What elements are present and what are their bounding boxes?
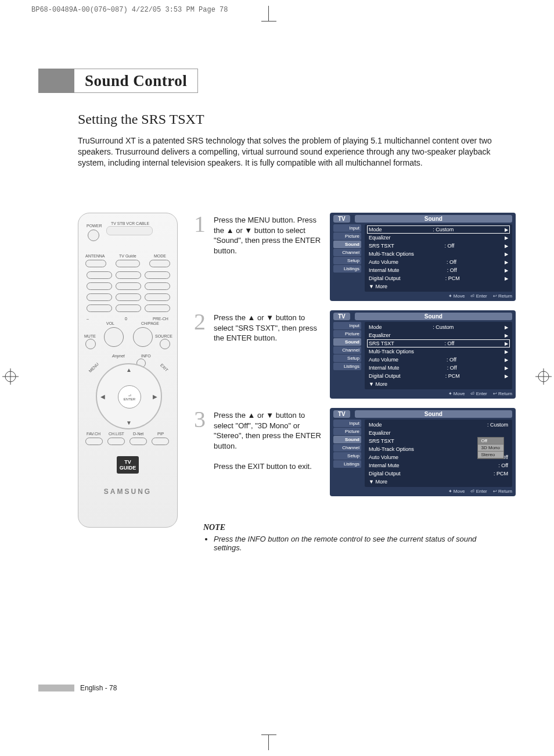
vol-label: VOL [106, 321, 114, 325]
mute-label: MUTE [84, 334, 96, 338]
srs-options-popup: Off 3D Mono Stereo [477, 437, 504, 459]
srs-option: 3D Mono [478, 445, 503, 452]
osd-list: Mode: Custom▶ Equalizer▶ SRS TSXT: Off▶ … [365, 322, 512, 389]
intro-paragraph: TruSurround XT is a patented SRS technol… [78, 135, 516, 169]
chlist-button [107, 438, 125, 445]
osd-nav-item: Input [333, 224, 361, 232]
num-8 [116, 293, 141, 301]
osd-screenshot-1: TVSound Input Picture Sound Channel Setu… [330, 213, 516, 301]
ch-rocker [133, 327, 153, 347]
osd-nav: Input Picture Sound Channel Setup Listin… [333, 224, 361, 292]
brand-label: SAMSUNG [78, 488, 177, 496]
osd-row: Internal Mute: Off▶ [367, 364, 510, 372]
note-item: Press the INFO button on the remote cont… [214, 535, 484, 552]
osd-nav-item-selected: Sound [333, 241, 361, 248]
osd-nav-item: Input [333, 420, 361, 427]
footer-text: English - 78 [80, 684, 117, 692]
osd-tv-badge: TV [333, 410, 350, 418]
osd-row: Mode: Custom [367, 421, 510, 429]
chlist-label: CH.LIST [109, 432, 124, 436]
anynet-label: Anynet [112, 354, 125, 358]
osd-nav-item: Setup [333, 452, 361, 460]
osd-nav-item: Listings [333, 363, 361, 370]
osd-row-highlight: SRS TSXT: Off▶ [367, 339, 510, 347]
osd-row: Multi-Track Options▶ [367, 347, 510, 356]
osd-list: Mode: Custom▶ Equalizer▶ SRS TSXT: Off▶ … [365, 224, 512, 292]
enter-button: ⏎ENTER [118, 385, 141, 409]
osd-row: Auto Volume: Off▶ [367, 356, 510, 364]
osd-row: Auto Volume: Off▶ [367, 258, 510, 266]
info-label: INFO [141, 354, 151, 358]
remote-control-illustration: POWER TV STB VCR CABLE DVD ANTENNA TV Gu… [78, 213, 178, 528]
osd-nav-item-selected: Sound [333, 338, 361, 346]
section-heading: Setting the SRS TSXT [78, 112, 516, 127]
page-footer: English - 78 [38, 684, 117, 692]
osd-row: ▼ More [367, 478, 510, 486]
osd-row-highlight: Mode: Custom▶ [367, 225, 510, 234]
osd-nav-item: Listings [333, 265, 361, 273]
source-label: SOURCE [155, 334, 172, 338]
zero-label: 0 [125, 317, 127, 321]
osd-screenshot-3: TVSound Input Picture Sound Channel Setu… [330, 408, 516, 496]
osd-title: Sound [355, 215, 512, 223]
minus-label: – [87, 317, 89, 321]
antenna-button [85, 260, 106, 267]
step-text: Press the ▲ or ▼ button to select "Off",… [214, 408, 324, 496]
note-heading: NOTE [203, 523, 484, 532]
osd-nav-item: Picture [333, 232, 361, 240]
device-switch [106, 226, 153, 235]
osd-nav-item-selected: Sound [333, 436, 361, 443]
osd-title: Sound [355, 313, 512, 320]
num-1 [87, 271, 112, 279]
osd-row: SRS TSXT: Off▶ [367, 242, 510, 250]
source-button [160, 339, 170, 349]
chapter-title: Sound Control [74, 69, 198, 93]
pip-label: PIP [157, 432, 164, 436]
chapter-tab [38, 69, 74, 93]
num-9 [145, 293, 170, 301]
num-5 [116, 282, 141, 290]
osd-row: Equalizer▶ [367, 331, 510, 339]
chapter-title-bar: Sound Control [38, 69, 198, 93]
chpage-label: CH/PAGE [141, 321, 159, 325]
osd-row: Multi-Track Options▶ [367, 250, 510, 258]
exit-label: EXIT [160, 363, 169, 372]
osd-title: Sound [355, 410, 512, 418]
osd-tv-badge: TV [333, 215, 350, 223]
step-3: 3 Press the ▲ or ▼ button to select "Off… [194, 408, 516, 496]
osd-row: Digital Output: PCM▶ [367, 372, 510, 380]
minus-button [87, 304, 112, 312]
osd-row: ▼ More [367, 282, 510, 291]
osd-screenshot-2: TVSound Input Picture Sound Channel Setu… [330, 310, 516, 399]
step-number: 3 [194, 408, 208, 496]
osd-row: Equalizer [367, 429, 510, 437]
favch-button [85, 438, 103, 445]
mode-button [149, 260, 170, 267]
prech-label: PRE-CH [153, 317, 168, 321]
srs-option: Stereo [478, 452, 503, 458]
osd-nav-item: Channel [333, 346, 361, 354]
vol-rocker [104, 327, 124, 347]
step-text: Press the ▲ or ▼ button to select "SRS T… [214, 310, 324, 399]
print-slug: BP68-00489A-00(076~087) 4/22/05 3:53 PM … [31, 6, 228, 14]
step-1: 1 Press the MENU button. Press the ▲ or … [194, 213, 516, 301]
srs-option: Off [478, 438, 503, 445]
antenna-label: ANTENNA [85, 254, 105, 258]
note-block: NOTE Press the INFO button on the remote… [203, 523, 484, 552]
osd-nav-item: Listings [333, 460, 361, 468]
tvguide-logo: TVGUIDE [117, 456, 139, 474]
crop-mark [261, 21, 276, 22]
crop-mark [268, 6, 269, 21]
osd-nav: Input Picture Sound Channel Setup Listin… [333, 420, 361, 487]
power-label: POWER [87, 224, 102, 228]
crop-mark [261, 734, 276, 735]
dnet-button [129, 438, 147, 445]
prech-button [145, 304, 170, 312]
num-6 [145, 282, 170, 290]
osd-nav-item: Setup [333, 354, 361, 362]
mute-button [85, 339, 96, 349]
tvguide-button [116, 260, 140, 267]
dnet-label: D-Net [133, 432, 143, 436]
osd-nav-item: Input [333, 322, 361, 329]
osd-nav-item: Picture [333, 330, 361, 338]
